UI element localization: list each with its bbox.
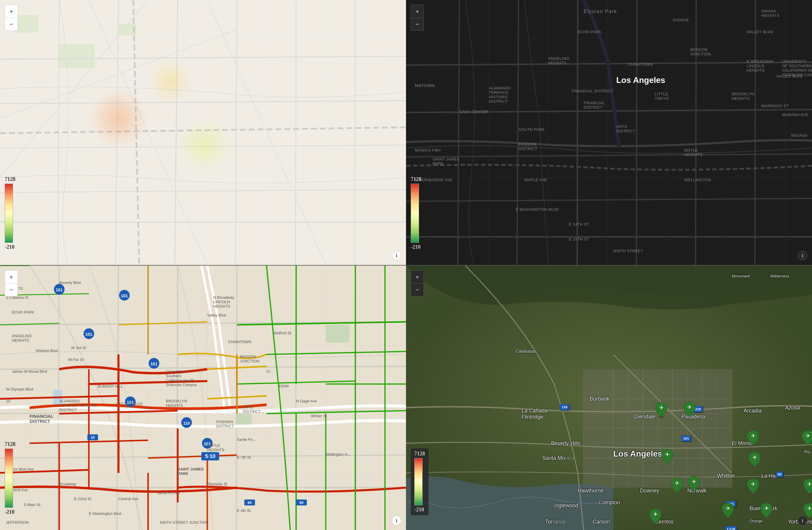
colorbar-br [414,458,423,505]
svg-text:✈: ✈ [675,480,679,486]
svg-text:✈: ✈ [751,481,755,487]
svg-text:101: 101 [121,293,128,298]
svg-text:101: 101 [150,362,158,366]
svg-text:✈: ✈ [653,511,658,517]
svg-rect-58 [237,414,252,426]
airport-pin-2: ✈ [683,401,696,418]
legend-tr: 7128 -210 [411,176,421,250]
legend-tl: 7128 -210 [5,176,15,250]
svg-rect-0 [0,0,406,265]
panel-bottom-right: Monument Wilderness La CañadaFlintridge … [406,265,812,530]
svg-text:5·10: 5·10 [205,453,215,459]
zoom-out-button-tl[interactable]: − [5,18,18,31]
airport-pin-1: ✈ [655,402,668,419]
hw-101: 101 [681,436,691,441]
svg-text:101: 101 [56,288,63,292]
zoom-in-button-tr[interactable]: + [411,5,424,18]
svg-text:60: 60 [300,501,304,505]
svg-rect-2 [59,44,95,68]
zoom-controls-tr: + − [411,5,424,31]
svg-line-13 [295,0,296,265]
svg-text:✈: ✈ [665,452,670,457]
airport-pin-3: ✈ [661,448,674,466]
legend-min-tr: -210 [411,244,421,250]
svg-rect-32 [406,0,812,265]
legend-max-tl: 7128 [5,176,15,182]
airport-pin-5: ✈ [687,476,700,493]
svg-line-42 [696,0,696,265]
svg-text:✈: ✈ [659,405,664,411]
legend-max-br: 7128 [414,451,425,457]
airport-pin-12: ✈ [803,478,812,495]
svg-text:✈: ✈ [726,505,730,511]
zoom-controls-tl: + − [5,5,18,31]
airport-pin-4: ✈ [670,477,683,495]
legend-bl: 7128 -210 [5,441,15,515]
airport-pin-14: ✈ [649,509,662,526]
svg-rect-57 [326,325,349,342]
svg-rect-1 [15,15,39,32]
info-button-tr[interactable]: ℹ [798,251,807,260]
svg-text:✈: ✈ [692,479,696,485]
zoom-out-button-bl[interactable]: − [5,283,18,296]
airport-pin-8: ✈ [746,478,759,495]
airport-pin-10: ✈ [721,502,735,520]
svg-text:✈: ✈ [806,433,810,439]
svg-line-14 [355,0,356,265]
legend-max-tr: 7128 [411,176,421,182]
svg-line-40 [577,0,578,265]
colorbar-tl [5,183,13,243]
svg-text:110: 110 [183,421,190,426]
zoom-controls-bl: + − [5,270,18,296]
svg-rect-156 [406,488,613,530]
legend-min-bl: -210 [5,509,15,515]
hw-lgb: LGB [725,526,737,530]
zoom-in-button-br[interactable]: + [411,270,424,283]
legend-min-tl: -210 [5,244,15,250]
svg-text:60: 60 [248,501,252,505]
zoom-in-button-bl[interactable]: + [5,270,18,283]
info-button-br[interactable]: ℹ [798,516,807,525]
svg-text:✈: ✈ [687,404,692,410]
svg-text:101: 101 [204,441,211,446]
colorbar-bl [5,448,13,508]
legend-min-br: -210 [414,506,425,513]
svg-text:10: 10 [91,436,95,440]
svg-text:✈: ✈ [751,433,755,439]
colorbar-tr [411,183,419,243]
svg-text:✈: ✈ [764,505,769,511]
svg-line-41 [636,0,637,265]
svg-text:101: 101 [127,400,134,405]
zoom-out-button-tr[interactable]: − [411,18,424,31]
airport-pin-6: ✈ [746,430,759,447]
svg-text:✈: ✈ [807,505,812,511]
svg-text:✈: ✈ [807,481,812,487]
panel-top-left: + − 7128 -210 ℹ [0,0,406,265]
airport-pin-11: ✈ [801,430,812,447]
svg-text:101: 101 [85,332,92,337]
hw-118: 118 [560,404,569,410]
hw-60: 60 [776,471,783,477]
zoom-out-button-br[interactable]: − [411,283,424,296]
airport-pin-9: ✈ [760,502,773,520]
airport-pin-7: ✈ [748,452,761,469]
panel-top-right: Elysian Park AVENUE OMAHAHEIGHTS ECHO PA… [406,0,812,265]
info-button-bl[interactable]: ℹ [392,516,401,525]
legend-br: 7128 -210 [411,448,429,515]
svg-line-43 [755,0,755,265]
zoom-controls-br: + − [411,270,424,296]
info-button-tl[interactable]: ℹ [392,251,401,260]
svg-text:✈: ✈ [753,455,757,460]
panel-bottom-left: 5·10 101 101 101 101 110 101 101 10 60 6… [0,265,406,530]
legend-max-bl: 7128 [5,441,15,447]
zoom-in-button-tl[interactable]: + [5,5,18,18]
